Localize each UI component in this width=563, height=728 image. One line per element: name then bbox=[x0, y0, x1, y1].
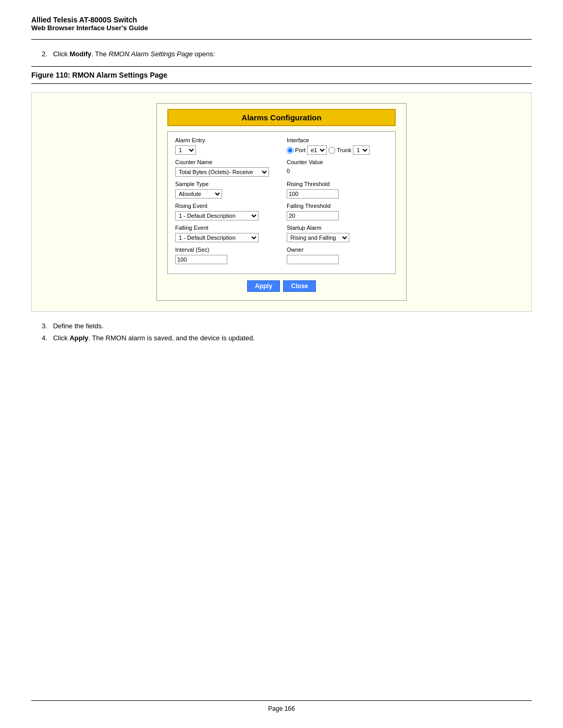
form-row-2: Counter Name Total Bytes (Octets)- Recei… bbox=[175, 159, 388, 177]
footer-page: Page 166 bbox=[31, 705, 532, 712]
figure-caption: Figure 110: RMON Alarm Settings Page bbox=[31, 66, 532, 79]
rising-threshold-col: Rising Threshold bbox=[287, 181, 388, 199]
header-divider bbox=[31, 39, 532, 40]
interval-label: Interval (Sec) bbox=[175, 246, 276, 253]
sample-type-col: Sample Type Absolute bbox=[175, 181, 276, 199]
button-row: Apply Close bbox=[157, 280, 406, 292]
interface-label: Interface bbox=[287, 137, 388, 143]
screenshot-container: Alarms Configuration Alarm Entry 1 Inter… bbox=[31, 92, 532, 312]
falling-threshold-label: Falling Threshold bbox=[287, 203, 388, 209]
alarms-panel: Alarms Configuration Alarm Entry 1 Inter… bbox=[156, 103, 407, 301]
counter-name-label: Counter Name bbox=[175, 159, 276, 165]
interval-input[interactable] bbox=[175, 255, 227, 264]
startup-alarm-col: Startup Alarm Rising and Falling bbox=[287, 225, 388, 242]
rising-threshold-label: Rising Threshold bbox=[287, 181, 388, 187]
figure-divider bbox=[31, 83, 532, 84]
falling-event-col: Falling Event 1 - Default Description bbox=[175, 225, 276, 242]
interface-row: Port e1 Trunk 1 bbox=[287, 145, 388, 155]
rising-event-label: Rising Event bbox=[175, 203, 276, 209]
startup-alarm-select[interactable]: Rising and Falling bbox=[287, 233, 349, 242]
trunk-radio[interactable] bbox=[328, 147, 335, 154]
step4-item: 4. Click Apply. The RMON alarm is saved,… bbox=[42, 334, 532, 342]
step4-bold: Apply bbox=[69, 334, 88, 342]
falling-event-select[interactable]: 1 - Default Description bbox=[175, 233, 259, 242]
port-label: Port bbox=[295, 147, 305, 153]
alarms-form: Alarm Entry 1 Interface Port e1 bbox=[167, 131, 396, 274]
owner-col: Owner bbox=[287, 246, 388, 264]
falling-event-label: Falling Event bbox=[175, 225, 276, 231]
page-header: Allied Telesis AT-8000S Switch Web Brows… bbox=[31, 16, 532, 32]
step2-text: 2. Click Modify. The RMON Alarm Settings… bbox=[42, 50, 532, 58]
form-row-3: Sample Type Absolute Rising Threshold bbox=[175, 181, 388, 199]
rising-threshold-input[interactable] bbox=[287, 189, 339, 199]
form-row-4: Rising Event 1 - Default Description Fal… bbox=[175, 203, 388, 220]
counter-value: 0 bbox=[287, 167, 388, 174]
step4-suffix: . The RMON alarm is saved, and the devic… bbox=[89, 334, 255, 342]
sample-type-select[interactable]: Absolute bbox=[175, 189, 222, 199]
form-row-6: Interval (Sec) Owner bbox=[175, 246, 388, 264]
owner-label: Owner bbox=[287, 246, 388, 253]
form-row-5: Falling Event 1 - Default Description St… bbox=[175, 225, 388, 242]
step3-text: Define the fields. bbox=[53, 322, 104, 330]
step3-item: 3. Define the fields. bbox=[42, 322, 532, 330]
counter-name-col: Counter Name Total Bytes (Octets)- Recei… bbox=[175, 159, 276, 177]
alarm-entry-label: Alarm Entry bbox=[175, 137, 276, 143]
rising-event-col: Rising Event 1 - Default Description bbox=[175, 203, 276, 220]
counter-value-label: Counter Value bbox=[287, 159, 388, 165]
interface-col: Interface Port e1 Trunk 1 bbox=[287, 137, 388, 155]
falling-threshold-input[interactable] bbox=[287, 211, 339, 220]
sample-type-label: Sample Type bbox=[175, 181, 276, 187]
alarm-entry-select[interactable]: 1 bbox=[175, 145, 196, 155]
rising-event-select[interactable]: 1 - Default Description bbox=[175, 211, 259, 220]
port-radio[interactable] bbox=[287, 147, 293, 154]
apply-button[interactable]: Apply bbox=[247, 280, 280, 292]
port-select[interactable]: e1 bbox=[307, 145, 327, 155]
footer-divider bbox=[31, 700, 532, 701]
trunk-label: Trunk bbox=[337, 147, 351, 153]
counter-value-col: Counter Value 0 bbox=[287, 159, 388, 177]
form-row-1: Alarm Entry 1 Interface Port e1 bbox=[175, 137, 388, 155]
falling-threshold-col: Falling Threshold bbox=[287, 203, 388, 220]
interval-col: Interval (Sec) bbox=[175, 246, 276, 264]
trunk-select[interactable]: 1 bbox=[353, 145, 370, 155]
close-button[interactable]: Close bbox=[283, 280, 316, 292]
header-subtitle: Web Browser Interface User's Guide bbox=[31, 24, 532, 32]
startup-alarm-label: Startup Alarm bbox=[287, 225, 388, 231]
counter-name-select[interactable]: Total Bytes (Octets)- Receive bbox=[175, 167, 269, 177]
header-title: Allied Telesis AT-8000S Switch bbox=[31, 16, 532, 24]
owner-input[interactable] bbox=[287, 255, 339, 264]
steps-below: 3. Define the fields. 4. Click Apply. Th… bbox=[42, 322, 532, 346]
alarms-title: Alarms Configuration bbox=[167, 109, 396, 126]
alarm-entry-col: Alarm Entry 1 bbox=[175, 137, 276, 155]
